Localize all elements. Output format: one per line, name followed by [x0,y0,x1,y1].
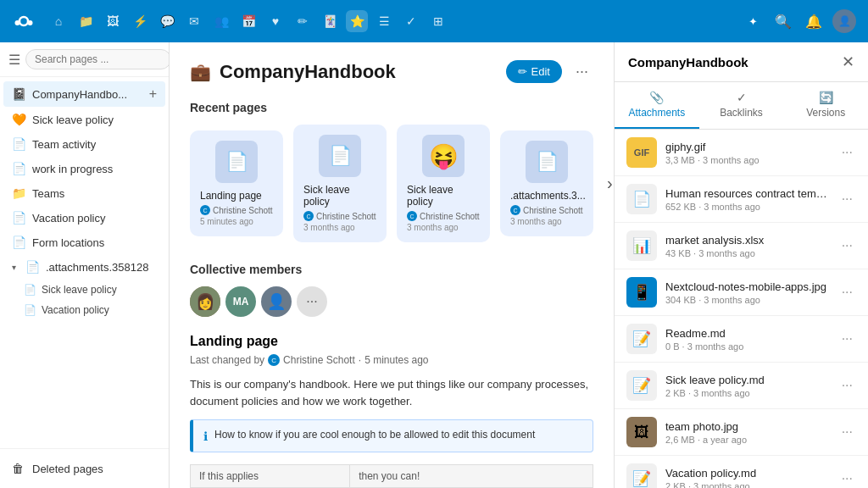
page-card-2[interactable]: 😝 Sick leave policy C Christine Schott 3… [397,125,490,242]
companyhandbook-icon: 📓 [12,87,27,101]
sidebar-item-teams[interactable]: 📁 Teams [3,181,165,205]
sidebar: ☰ ⊟ ↕ 📓 CompanyHandbo... ··· + 🧡 Sick le… [0,42,170,488]
info-box: ℹ How to know if you are cool enough to … [190,419,593,452]
page-card-0-icon: 📄 [215,141,258,183]
sidebar-item-work-in-progress[interactable]: 📄 work in progress [3,157,165,180]
search-icon[interactable]: 🔍 [770,8,797,35]
attachment-more-1[interactable]: ··· [838,190,856,208]
page-card-0-time: 5 minutes ago [200,217,273,226]
attachment-name-4: Readme.md [665,327,830,340]
attachment-more-4[interactable]: ··· [838,330,856,348]
nav-mail-icon[interactable]: ✉ [183,10,205,32]
notifications-icon[interactable]: 🔔 [800,8,827,35]
sidebar-label-vacation: Vacation policy [32,212,157,225]
sidebar-item-attachments[interactable]: ▾ 📄 .attachments.358128 [3,255,165,279]
members-list: 👩 MA 👤 ··· [190,286,593,317]
attachment-item-2[interactable]: 📊 market analysis.xlsx 43 KB · 3 months … [615,223,868,269]
landing-meta: Last changed by C Christine Schott · 5 m… [190,354,593,366]
page-card-3-author: C Christine Schott [510,205,583,215]
attachment-more-2[interactable]: ··· [838,236,856,255]
page-card-3[interactable]: 📄 .attachments.3... C Christine Schott 3… [500,130,593,236]
page-more-button[interactable]: ··· [570,59,593,84]
member-avatar-1[interactable]: 👩 [190,286,220,317]
attachment-more-6[interactable]: ··· [838,423,856,441]
nav-collectives-icon[interactable]: ⭐ [346,10,368,32]
member-avatar-2[interactable]: MA [225,286,256,317]
nav-list-icon[interactable]: ☰ [373,10,395,32]
recent-pages-title: Recent pages [190,101,593,114]
attachment-thumb-5: 📝 [626,370,657,401]
nav-calendar-icon[interactable]: 📅 [237,10,259,32]
attachment-info-0: giphy.gif 3,3 MB · 3 months ago [665,141,830,165]
sidebar-item-team-activity[interactable]: 📄 Team activity [3,132,165,156]
page-card-1-author: C Christine Schott [303,211,376,221]
sub-sick-leave-icon: 📄 [24,284,36,296]
nav-grid-icon[interactable]: ⊞ [427,10,449,32]
nav-tasks-icon[interactable]: ✓ [400,10,422,32]
attachments-tab-icon: 📎 [649,91,664,104]
attachment-item-1[interactable]: 📄 Human resources contract template.pdf … [615,176,868,223]
attachment-more-7[interactable]: ··· [838,469,856,488]
nav-files-icon[interactable]: 📁 [75,10,97,32]
sidebar-item-sick-leave[interactable]: 🧡 Sick leave policy [3,108,165,131]
tab-versions[interactable]: 🔄 Versions [783,82,868,129]
right-panel-close-button[interactable]: ✕ [842,53,854,71]
landing-meta-author: Christine Schott [283,354,355,366]
carousel-next-button[interactable]: › [604,170,614,197]
attachment-more-0[interactable]: ··· [838,143,856,162]
sidebar-menu-icon[interactable]: ☰ [8,52,20,68]
nav-notes-icon[interactable]: ✏ [292,10,314,32]
nextcloud-logo[interactable] [10,8,37,35]
teams-icon: 📁 [12,186,27,200]
sidebar-subitem-vacation[interactable]: 📄 Vacation policy [0,300,169,320]
tab-attachments[interactable]: 📎 Attachments [615,82,699,129]
sidebar-item-add-icon[interactable]: + [149,86,157,102]
sidebar-item-deleted[interactable]: 🗑 Deleted pages [3,457,165,480]
page-card-3-title: .attachments.3... [510,190,583,202]
sidebar-item-companyhandbook[interactable]: 📓 CompanyHandbo... ··· + [3,81,165,107]
nav-home-icon[interactable]: ⌂ [47,10,70,32]
attachment-item-3[interactable]: 📱 Nextcloud-notes-mobile-apps.jpg 304 KB… [615,269,868,316]
member-avatar-3[interactable]: 👤 [261,286,292,317]
right-panel: CompanyHandbook ✕ 📎 Attachments ✓ Backli… [614,42,868,488]
attachment-thumb-0: GIF [626,137,657,168]
content-area: 💼 CompanyHandbook ✏ Edit ··· Recent page… [170,42,614,488]
deleted-icon: 🗑 [12,462,27,475]
attachment-item-4[interactable]: 📝 Readme.md 0 B · 3 months ago ··· [615,316,868,363]
attachment-item-6[interactable]: 🖼 team photo.jpg 2,6 MB · a year ago ··· [615,409,868,456]
profile-icon[interactable]: 👤 [831,8,858,35]
nav-photos-icon[interactable]: 🖼 [102,10,124,32]
sidebar-nav: 📓 CompanyHandbo... ··· + 🧡 Sick leave po… [0,80,169,320]
add-icon[interactable]: ✦ [739,8,766,35]
info-box-text: How to know if you are cool enough to be… [214,429,535,441]
sidebar-bottom: 🗑 Deleted pages [0,448,169,488]
page-card-3-avatar: C [510,205,520,215]
sub-vacation-label: Vacation policy [42,304,109,316]
nav-favorites-icon[interactable]: ♥ [264,10,287,32]
nav-contacts-icon[interactable]: 👥 [210,10,232,32]
tab-backlinks[interactable]: ✓ Backlinks [699,82,784,129]
landing-section: Landing page Last changed by C Christine… [190,334,593,488]
members-more-button[interactable]: ··· [297,286,327,317]
sidebar-item-vacation-policy[interactable]: 📄 Vacation policy [3,206,165,230]
search-input[interactable] [25,49,170,69]
edit-button[interactable]: ✏ Edit [506,60,562,83]
sidebar-label-deleted: Deleted pages [32,463,157,475]
attachment-item-7[interactable]: 📝 Vacation policy.md 2 KB · 3 months ago… [615,456,868,488]
attachment-meta-6: 2,6 MB · a year ago [665,435,830,445]
attachment-more-5[interactable]: ··· [838,376,856,395]
table-header-1: then you can! [350,465,593,488]
nav-talk-icon[interactable]: 💬 [156,10,178,32]
attachment-item-0[interactable]: GIF giphy.gif 3,3 MB · 3 months ago ··· [615,130,868,176]
page-card-0[interactable]: 📄 Landing page C Christine Schott 5 minu… [190,130,283,236]
attachment-item-5[interactable]: 📝 Sick leave policy.md 2 KB · 3 months a… [615,363,868,409]
main-layout: ☰ ⊟ ↕ 📓 CompanyHandbo... ··· + 🧡 Sick le… [0,42,868,488]
landing-desc: This is our company's handbook. Here we … [190,376,593,409]
page-card-1[interactable]: 📄 Sick leave policy C Christine Schott 3… [293,125,387,242]
sidebar-item-form-locations[interactable]: 📄 Form locations [3,230,165,254]
attachment-more-3[interactable]: ··· [838,283,856,302]
nav-activity-icon[interactable]: ⚡ [129,10,151,32]
sidebar-subitem-sick-leave[interactable]: 📄 Sick leave policy [0,280,169,300]
nav-deck-icon[interactable]: 🃏 [319,10,341,32]
edit-label: Edit [531,65,550,78]
